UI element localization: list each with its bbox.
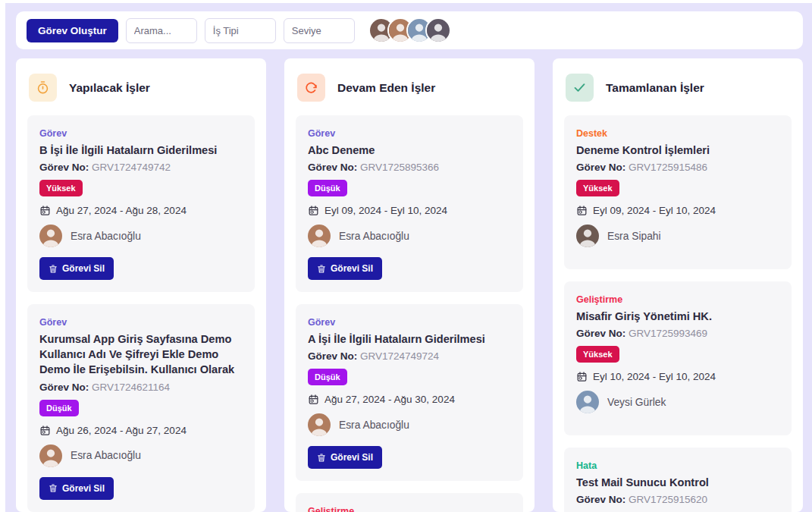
task-number-value: GRV1724621164 (92, 382, 170, 393)
task-dates-row: Ağu 26, 2024 - Ağu 27, 2024 (39, 425, 243, 436)
delete-task-button[interactable]: Görevi Sil (308, 257, 382, 280)
trash-icon (317, 453, 326, 463)
job-type-input[interactable] (205, 18, 276, 43)
priority-badge: Düşük (39, 400, 79, 416)
assignee-avatar (576, 391, 599, 413)
task-number-value: GRV1725915486 (629, 162, 707, 173)
task-dates-row: Ağu 27, 2024 - Ağu 28, 2024 (39, 205, 243, 216)
task-number-row: Görev No: GRV1725915486 (576, 162, 779, 173)
create-task-button[interactable]: Görev Oluştur (27, 19, 118, 42)
task-card[interactable]: Görev Kurumsal App Giriş Sayfasına Demo … (27, 304, 255, 511)
assignee-avatar (39, 225, 62, 247)
task-card[interactable]: Destek Deneme Kontrol İşlemleri Görev No… (564, 115, 792, 269)
calendar-icon (576, 371, 588, 382)
task-card[interactable]: Hata Test Mail Sunucu Kontrol Görev No: … (564, 448, 792, 512)
task-dates-row: Eyl 09, 2024 - Eyl 10, 2024 (308, 205, 511, 216)
search-input[interactable] (126, 18, 197, 43)
assignee-name: Esra Abacıoğlu (71, 231, 141, 242)
assignee-row: Esra Abacıoğlu (308, 225, 511, 247)
task-title: Test Mail Sunucu Kontrol (576, 475, 779, 490)
assignee-row: Veysi Gürlek (576, 391, 779, 413)
user-avatar-4[interactable] (425, 17, 451, 43)
column-header: Devam Eden İşler (297, 74, 522, 102)
toolbar: Görev Oluştur (16, 11, 803, 49)
assignee-row: Esra Abacıoğlu (39, 444, 243, 467)
task-dates: Ağu 27, 2024 - Ağu 30, 2024 (324, 394, 455, 405)
column-title: Tamamlanan İşler (606, 81, 704, 95)
task-category-label: Görev (39, 317, 243, 328)
assignee-name: Esra Sipahi (607, 231, 661, 242)
task-category-label: Görev (308, 128, 511, 139)
task-category-label: Hata (576, 460, 779, 471)
column-title: Yapılacak İşler (69, 81, 150, 95)
delete-task-button[interactable]: Görevi Sil (308, 446, 382, 469)
task-number-label: Görev No: (576, 328, 629, 339)
task-number-label: Görev No: (39, 162, 92, 173)
level-input[interactable] (284, 18, 355, 43)
assignee-avatar (39, 444, 62, 467)
task-number-label: Görev No: (39, 382, 92, 393)
task-number-value: GRV1724749724 (360, 350, 439, 362)
task-board-page: Görev Oluştur Yapılacak İşler Görev B İş… (5, 3, 812, 512)
task-number-label: Görev No: (308, 162, 360, 173)
task-dates: Eyl 09, 2024 - Eyl 10, 2024 (593, 205, 716, 216)
task-dates: Ağu 27, 2024 - Ağu 28, 2024 (56, 205, 187, 216)
delete-task-label: Görevi Sil (62, 483, 105, 494)
column-header: Tamamlanan İşler (566, 74, 790, 102)
delete-task-label: Görevi Sil (331, 452, 373, 463)
task-title: B İşi İle İlgili Hatalaırn Giderilmesi (39, 143, 243, 158)
task-card[interactable]: Geliştirme Çalışan Sayısı Kadar Ücretlen… (296, 493, 523, 512)
task-number-value: GRV1725895366 (360, 162, 439, 173)
stopwatch-icon (29, 74, 57, 102)
trash-icon (317, 264, 326, 274)
task-category-label: Geliştirme (308, 506, 511, 512)
task-dates: Eyl 09, 2024 - Eyl 10, 2024 (324, 205, 447, 216)
task-number-label: Görev No: (576, 162, 629, 173)
calendar-icon (576, 205, 588, 216)
board: Yapılacak İşler Görev B İşi İle İlgili H… (16, 58, 803, 512)
task-number-row: Görev No: GRV1725915620 (576, 494, 779, 505)
delete-task-button[interactable]: Görevi Sil (39, 477, 114, 500)
assignee-row: Esra Abacıoğlu (39, 225, 243, 247)
delete-task-button[interactable]: Görevi Sil (39, 257, 114, 280)
delete-task-label: Görevi Sil (62, 263, 105, 274)
card-list: Destek Deneme Kontrol İşlemleri Görev No… (564, 115, 792, 512)
task-dates-row: Eyl 10, 2024 - Eyl 10, 2024 (576, 371, 779, 382)
task-dates: Ağu 26, 2024 - Ağu 27, 2024 (56, 425, 187, 436)
task-dates-row: Eyl 09, 2024 - Eyl 10, 2024 (576, 205, 779, 216)
column-header: Yapılacak İşler (29, 74, 253, 102)
trash-icon (49, 264, 58, 274)
refresh-icon (297, 74, 325, 102)
task-dates: Eyl 10, 2024 - Eyl 10, 2024 (593, 371, 716, 382)
card-list: Görev Abc Deneme Görev No: GRV1725895366… (296, 115, 523, 512)
priority-badge: Düşük (308, 369, 347, 385)
task-number-row: Görev No: GRV1724749742 (39, 162, 243, 173)
task-card[interactable]: Geliştirme Misafir Giriş Yönetimi HK. Gö… (564, 281, 792, 435)
task-title: Kurumsal App Giriş Sayfasına Demo Kullan… (39, 331, 243, 377)
assignee-row: Esra Sipahi (576, 225, 779, 247)
task-category-label: Destek (576, 128, 779, 139)
task-number-value: GRV1725915620 (629, 494, 707, 505)
priority-badge: Yüksek (39, 180, 83, 196)
column-title: Devam Eden İşler (337, 81, 435, 95)
delete-task-label: Görevi Sil (331, 263, 373, 274)
task-number-row: Görev No: GRV1725895366 (308, 162, 511, 173)
calendar-icon (39, 425, 51, 436)
task-category-label: Geliştirme (576, 294, 779, 305)
calendar-icon (308, 205, 319, 216)
task-card[interactable]: Görev Abc Deneme Görev No: GRV1725895366… (296, 115, 523, 292)
task-number-value: GRV1724749742 (92, 162, 171, 173)
board-column: Devam Eden İşler Görev Abc Deneme Görev … (284, 58, 535, 512)
calendar-icon (308, 394, 319, 405)
board-column: Tamamlanan İşler Destek Deneme Kontrol İ… (553, 58, 803, 512)
task-title: Misafir Giriş Yönetimi HK. (576, 309, 779, 324)
board-column: Yapılacak İşler Görev B İşi İle İlgili H… (16, 58, 266, 512)
task-card[interactable]: Görev A İşi İle İlgili Hatalaırn Gideril… (296, 304, 523, 481)
task-dates-row: Ağu 27, 2024 - Ağu 30, 2024 (308, 394, 511, 405)
task-card[interactable]: Görev B İşi İle İlgili Hatalaırn Gideril… (27, 115, 255, 292)
team-avatar-group (368, 17, 451, 43)
assignee-avatar (308, 413, 331, 436)
task-title: A İşi İle İlgili Hatalaırn Giderilmesi (308, 331, 511, 347)
assignee-name: Esra Abacıoğlu (71, 450, 141, 461)
assignee-row: Esra Abacıoğlu (308, 413, 511, 436)
